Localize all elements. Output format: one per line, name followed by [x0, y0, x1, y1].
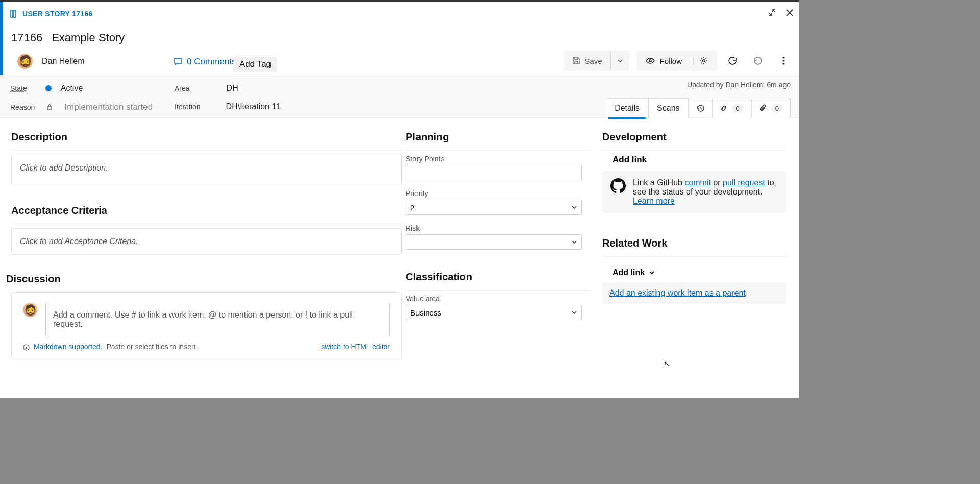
- related-add-link-dropdown[interactable]: Add link: [612, 268, 655, 277]
- classification-heading: Classification: [406, 271, 590, 283]
- priority-label: Priority: [406, 189, 590, 198]
- tab-attachments[interactable]: 0: [751, 99, 791, 118]
- risk-label: Risk: [406, 224, 590, 232]
- comments-label: 0 Comments: [187, 57, 236, 67]
- reason-value: Implementation started: [64, 102, 153, 112]
- priority-value: 2: [410, 203, 414, 212]
- work-item-id: 17166: [11, 31, 42, 44]
- work-item-title-row: 17166 Example Story: [11, 31, 125, 44]
- story-points-label: Story Points: [406, 155, 590, 163]
- save-dropdown[interactable]: [610, 51, 629, 71]
- svg-point-4: [782, 57, 784, 58]
- breadcrumb: USER STORY 17166: [10, 10, 93, 18]
- svg-point-2: [649, 60, 651, 62]
- save-button[interactable]: Save: [564, 51, 610, 71]
- divider: [11, 224, 402, 224]
- accent-strip: [0, 2, 3, 75]
- divider: [406, 150, 590, 151]
- close-icon[interactable]: [786, 9, 794, 17]
- tab-details[interactable]: Details: [606, 98, 648, 118]
- divider: [602, 150, 786, 151]
- state-band: State Active Reason Implementation start…: [0, 76, 799, 118]
- related-add-link-label: Add link: [612, 268, 645, 277]
- iteration-label: Iteration: [175, 103, 201, 111]
- state-label: State: [10, 84, 27, 92]
- svg-rect-1: [14, 10, 16, 17]
- tab-links[interactable]: 0: [712, 99, 751, 118]
- comment-input[interactable]: Add a comment. Use # to link a work item…: [45, 303, 390, 336]
- dev-hint-text: Link a GitHub commit or pull request to …: [633, 178, 778, 206]
- work-item-dialog: USER STORY 17166 17166 Example Story 🧔 D…: [0, 0, 799, 398]
- development-heading: Development: [602, 131, 786, 143]
- work-item-title[interactable]: Example Story: [52, 31, 125, 44]
- tab-history[interactable]: [689, 99, 712, 117]
- commit-link[interactable]: commit: [684, 178, 711, 187]
- svg-point-3: [703, 60, 705, 62]
- learn-more-link[interactable]: Learn more: [633, 197, 675, 205]
- reason-label: Reason: [10, 103, 35, 111]
- comment-icon: [174, 57, 183, 66]
- follow-button[interactable]: Follow: [636, 51, 717, 71]
- markdown-tail: Paste or select files to insert.: [106, 343, 198, 351]
- svg-point-5: [782, 60, 784, 61]
- markdown-link[interactable]: Markdown supported.: [34, 343, 103, 351]
- save-icon: [572, 57, 580, 65]
- refresh-button[interactable]: [722, 51, 743, 71]
- divider: [406, 290, 590, 291]
- comment-avatar: 🧔: [23, 303, 37, 317]
- state-value[interactable]: Active: [61, 84, 83, 93]
- follow-label: Follow: [660, 57, 682, 65]
- lock-icon: [46, 104, 53, 111]
- value-area-select[interactable]: Business: [406, 305, 582, 320]
- priority-select[interactable]: 2: [406, 200, 582, 215]
- comments-link[interactable]: 0 Comments: [174, 57, 236, 67]
- eye-icon: [646, 56, 655, 65]
- save-button-group: Save: [564, 51, 629, 71]
- svg-rect-7: [47, 107, 52, 110]
- svg-point-6: [782, 63, 784, 64]
- github-icon: [610, 178, 626, 193]
- state-dot-icon: [45, 85, 52, 91]
- story-points-input[interactable]: [406, 165, 582, 180]
- restore-icon[interactable]: [768, 9, 776, 17]
- more-actions-button[interactable]: [773, 51, 794, 71]
- acceptance-input[interactable]: Click to add Acceptance Criteria.: [11, 228, 402, 255]
- revert-button[interactable]: [748, 51, 768, 71]
- dev-add-link[interactable]: Add link: [612, 155, 786, 165]
- dev-hint-card: Link a GitHub commit or pull request to …: [602, 171, 786, 213]
- markdown-hint: Markdown supported. Paste or select file…: [23, 343, 198, 351]
- value-area-label: Value area: [406, 295, 590, 303]
- save-label: Save: [584, 57, 602, 65]
- user-story-icon: [10, 10, 18, 18]
- area-label: Area: [175, 84, 190, 92]
- description-heading: Description: [11, 131, 402, 143]
- description-input[interactable]: Click to add Description.: [11, 155, 402, 184]
- add-parent-link[interactable]: Add an existing work item as a parent: [609, 288, 746, 297]
- info-icon: [23, 344, 30, 351]
- links-count: 0: [732, 104, 744, 113]
- divider: [602, 256, 786, 257]
- area-value[interactable]: DH: [227, 84, 238, 93]
- assignee-name[interactable]: Dan Hellem: [42, 57, 85, 66]
- add-parent-card: Add an existing work item as a parent: [602, 282, 786, 304]
- discussion-heading: Discussion: [6, 273, 402, 285]
- svg-rect-0: [11, 10, 13, 17]
- breadcrumb-label[interactable]: USER STORY 17166: [22, 10, 93, 18]
- add-tag-button[interactable]: Add Tag: [234, 57, 277, 72]
- acceptance-heading: Acceptance Criteria: [11, 205, 402, 216]
- tab-scans[interactable]: Scans: [648, 98, 688, 118]
- switch-editor-link[interactable]: switch to HTML editor: [321, 343, 390, 351]
- follow-settings[interactable]: [693, 57, 708, 65]
- divider: [11, 150, 402, 151]
- updated-text: Updated by Dan Hellem: 6m ago: [687, 81, 791, 89]
- value-area-value: Business: [410, 308, 442, 317]
- iteration-value[interactable]: DH\Iteration 11: [226, 102, 281, 111]
- related-work-heading: Related Work: [602, 237, 786, 249]
- planning-heading: Planning: [406, 131, 590, 143]
- pull-request-link[interactable]: pull request: [723, 178, 765, 187]
- attachments-count: 0: [771, 104, 783, 113]
- discussion-box: 🧔 Add a comment. Use # to link a work it…: [11, 292, 402, 359]
- risk-select[interactable]: [406, 234, 582, 250]
- assignee-avatar[interactable]: 🧔: [17, 54, 33, 69]
